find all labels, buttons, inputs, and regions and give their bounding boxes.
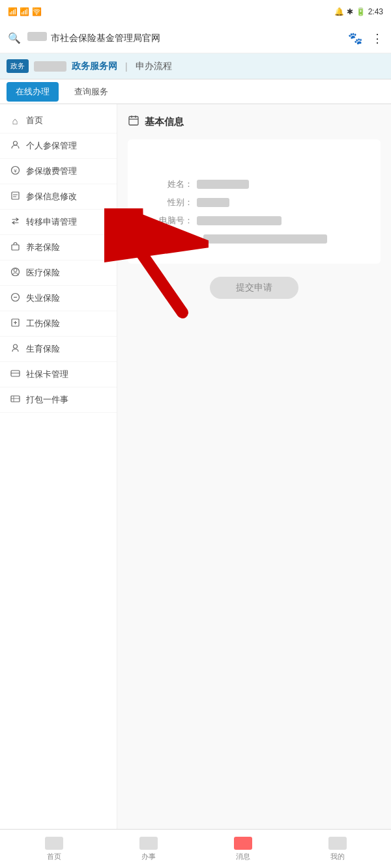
sidebar-label-medical: 医疗保险: [26, 267, 60, 279]
medical-icon: [9, 267, 21, 279]
tab-online-service[interactable]: 在线办理: [7, 82, 59, 102]
sidebar-item-bundle[interactable]: 打包一件事: [0, 387, 117, 413]
sidebar-label-pension: 养老保险: [26, 242, 60, 253]
bottom-nav-task[interactable]: 办事: [101, 837, 195, 861]
value-social: [203, 234, 327, 244]
signal-icons: 📶 📶 🛜: [8, 7, 42, 16]
bottom-home-label: 首页: [47, 852, 61, 861]
bottom-message-label: 消息: [236, 852, 250, 861]
bottom-nav-message[interactable]: 消息: [195, 837, 290, 861]
maternity-icon: [9, 343, 21, 355]
transfer-icon: [9, 216, 21, 228]
calendar-icon: [128, 115, 139, 129]
person-icon: [9, 140, 21, 152]
svg-rect-14: [11, 396, 20, 402]
search-icon[interactable]: 🔍: [8, 32, 21, 44]
status-right: 🔔 ✱ 🔋 2:43: [334, 7, 383, 16]
svg-rect-3: [12, 192, 19, 199]
bottom-home-icon: [45, 837, 63, 850]
logo-badge: 政务: [7, 59, 29, 73]
svg-point-0: [13, 141, 17, 145]
fee-icon: ¥: [9, 165, 21, 177]
edit-icon: [9, 191, 21, 203]
search-action-icons: 🐾 ⋮: [348, 31, 383, 46]
svg-text:¥: ¥: [13, 168, 17, 174]
bottom-nav: 首页 办事 消息 我的: [0, 829, 391, 868]
bundle-icon: [9, 394, 21, 406]
sidebar-label-bundle: 打包一件事: [26, 394, 68, 406]
sidebar-item-unemployment[interactable]: 失业保险: [0, 286, 117, 311]
sidebar-label-home: 首页: [26, 115, 43, 126]
sidebar-label-info: 参保信息修改: [26, 191, 77, 203]
sidebar-item-info-modify[interactable]: 参保信息修改: [0, 184, 117, 210]
section-title: 基本信息: [128, 115, 381, 129]
injury-icon: [9, 318, 21, 329]
main-layout: ⌂ 首页 个人参保管理 ¥ 参保缴费管理: [0, 104, 391, 829]
sidebar-label-card: 社保卡管理: [26, 369, 68, 380]
search-bar: 🔍 市社会保险基金管理局官网 🐾 ⋮: [0, 23, 391, 53]
sidebar-label-transfer: 转移申请管理: [26, 216, 77, 228]
sidebar-item-transfer[interactable]: 转移申请管理: [0, 210, 117, 235]
label-id: 电脑号：: [141, 215, 193, 227]
value-gender: [197, 198, 229, 207]
info-row-name: 姓名：: [141, 178, 368, 190]
alarm-icon: 🔔: [334, 7, 344, 16]
tab-query-service[interactable]: 查询服务: [65, 82, 117, 102]
bottom-mine-icon: [328, 837, 347, 850]
sidebar-label-maternity: 生育保险: [26, 343, 60, 355]
status-bar: 📶 📶 🛜 🔔 ✱ 🔋 2:43: [0, 0, 391, 23]
submit-button[interactable]: 提交申请: [210, 277, 298, 299]
time-display: 2:43: [368, 7, 383, 16]
label-social: 社会保障号码：: [141, 233, 199, 244]
label-gender: 性别：: [141, 197, 193, 208]
svg-rect-6: [12, 245, 19, 250]
tab-bar: 在线办理 查询服务: [0, 79, 391, 104]
header-divider: |: [125, 61, 128, 72]
battery-icon: 🔋: [356, 7, 366, 16]
sidebar: ⌂ 首页 个人参保管理 ¥ 参保缴费管理: [0, 104, 117, 829]
header-nav: 政务 政务服务网 | 申办流程: [0, 53, 391, 79]
card-icon: [9, 369, 21, 380]
sidebar-item-pension[interactable]: 养老保险: [0, 235, 117, 260]
value-name: [197, 180, 249, 189]
status-left: 📶 📶 🛜: [8, 7, 42, 16]
sidebar-label-unemployment: 失业保险: [26, 292, 60, 304]
info-row-id: 电脑号：: [141, 215, 368, 227]
search-text: 市社会保险基金管理局官网: [27, 32, 341, 44]
bottom-mine-label: 我的: [330, 852, 345, 861]
section-title-text: 基本信息: [145, 116, 184, 128]
info-card: 姓名： 性别： 电脑号： 社会保障号码：: [128, 139, 381, 264]
sidebar-item-injury[interactable]: 工伤保险: [0, 311, 117, 337]
value-id: [197, 216, 282, 225]
sidebar-item-home[interactable]: ⌂ 首页: [0, 108, 117, 133]
info-row-gender: 性别：: [141, 197, 368, 208]
bottom-message-icon: [234, 837, 252, 850]
sidebar-item-personal-insurance[interactable]: 个人参保管理: [0, 133, 117, 159]
bottom-nav-home[interactable]: 首页: [7, 837, 101, 861]
more-icon[interactable]: ⋮: [371, 31, 383, 46]
bluetooth-icon: ✱: [347, 7, 353, 16]
sidebar-item-fee-management[interactable]: ¥ 参保缴费管理: [0, 159, 117, 184]
header-process: 申办流程: [136, 61, 172, 72]
sidebar-item-maternity[interactable]: 生育保险: [0, 337, 117, 362]
sidebar-label-injury: 工伤保险: [26, 318, 60, 329]
pension-icon: [9, 242, 21, 253]
blurred-site-prefix: [34, 61, 66, 72]
sidebar-item-medical[interactable]: 医疗保险: [0, 260, 117, 286]
sidebar-label-fee: 参保缴费管理: [26, 165, 77, 177]
site-name: 政务服务网: [72, 61, 117, 72]
bottom-task-label: 办事: [141, 852, 156, 861]
unemployment-icon: [9, 292, 21, 304]
bottom-task-icon: [139, 837, 158, 850]
content-area: 基本信息 姓名： 性别： 电脑号： 社会保障号码： 提交申请: [117, 104, 391, 829]
svg-point-8: [14, 269, 17, 272]
home-icon: ⌂: [9, 115, 21, 126]
label-name: 姓名：: [141, 178, 193, 190]
sidebar-label-personal: 个人参保管理: [26, 140, 77, 152]
paw-icon[interactable]: 🐾: [348, 31, 362, 46]
info-row-social: 社会保障号码：: [141, 233, 368, 244]
svg-rect-17: [129, 117, 138, 125]
sidebar-item-card[interactable]: 社保卡管理: [0, 362, 117, 387]
bottom-nav-mine[interactable]: 我的: [290, 837, 384, 861]
